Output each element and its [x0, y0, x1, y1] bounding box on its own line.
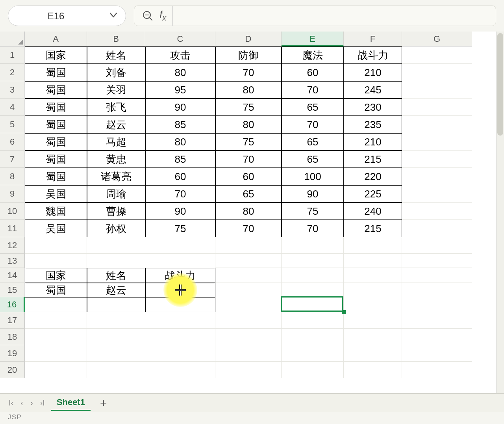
cell-E8[interactable]: 100 [282, 168, 344, 185]
cell-B14[interactable]: 姓名 [87, 268, 145, 283]
cell-E13[interactable] [282, 254, 344, 268]
cell-A14[interactable]: 国家 [25, 268, 87, 283]
cell-G6[interactable] [402, 133, 472, 151]
row-header-8[interactable]: 8 [0, 168, 25, 185]
cell-D20[interactable] [215, 362, 282, 378]
cell-B16[interactable] [87, 297, 145, 312]
cell-B19[interactable] [87, 345, 145, 362]
vertical-scrollbar[interactable] [496, 32, 504, 393]
cell-E4[interactable]: 65 [282, 99, 344, 116]
cell-A3[interactable]: 蜀国 [25, 81, 87, 99]
cell-F19[interactable] [344, 345, 402, 362]
cell-G14[interactable] [402, 268, 472, 283]
cell-E11[interactable]: 70 [282, 220, 344, 237]
fx-icon[interactable]: fx [159, 9, 166, 22]
cell-C17[interactable] [145, 312, 215, 329]
cell-C14[interactable]: 战斗力 [145, 268, 215, 283]
col-header-G[interactable]: G [402, 32, 472, 46]
row-header-10[interactable]: 10 [0, 203, 25, 220]
zoom-out-icon[interactable] [142, 10, 153, 21]
cell-F9[interactable]: 225 [344, 185, 402, 203]
cell-G11[interactable] [402, 220, 472, 237]
select-all-corner[interactable] [0, 32, 25, 46]
col-header-A[interactable]: A [25, 32, 87, 46]
cell-C18[interactable] [145, 329, 215, 345]
cell-F14[interactable] [344, 268, 402, 283]
row-header-1[interactable]: 1 [0, 46, 25, 64]
cell-A7[interactable]: 蜀国 [25, 151, 87, 168]
cell-F18[interactable] [344, 329, 402, 345]
row-header-2[interactable]: 2 [0, 64, 25, 81]
cell-A12[interactable] [25, 237, 87, 254]
cell-E20[interactable] [282, 362, 344, 378]
cell-B18[interactable] [87, 329, 145, 345]
tab-nav-last-icon[interactable]: ›I [39, 397, 46, 409]
cell-G15[interactable] [402, 283, 472, 297]
cell-B20[interactable] [87, 362, 145, 378]
row-header-4[interactable]: 4 [0, 99, 25, 116]
cell-D19[interactable] [215, 345, 282, 362]
formula-input[interactable] [172, 6, 488, 26]
cell-A8[interactable]: 蜀国 [25, 168, 87, 185]
cell-A6[interactable]: 蜀国 [25, 133, 87, 151]
cell-A16[interactable] [25, 297, 87, 312]
cell-G1[interactable] [402, 46, 472, 64]
cell-E5[interactable]: 70 [282, 116, 344, 133]
tab-nav-first-icon[interactable]: I‹ [8, 397, 14, 409]
cell-E17[interactable] [282, 312, 344, 329]
cell-B13[interactable] [87, 254, 145, 268]
cell-A13[interactable] [25, 254, 87, 268]
fill-handle[interactable] [342, 310, 346, 314]
cell-B17[interactable] [87, 312, 145, 329]
row-header-6[interactable]: 6 [0, 133, 25, 151]
spreadsheet-grid[interactable]: ABCDEFG 1234567891011121314151617181920 … [0, 32, 504, 393]
cell-D2[interactable]: 70 [215, 64, 282, 81]
cell-D14[interactable] [215, 268, 282, 283]
cell-F16[interactable] [344, 297, 402, 312]
cell-E19[interactable] [282, 345, 344, 362]
cell-G18[interactable] [402, 329, 472, 345]
cell-C8[interactable]: 60 [145, 168, 215, 185]
row-header-16[interactable]: 16 [0, 297, 25, 312]
cell-A1[interactable]: 国家 [25, 46, 87, 64]
cell-E6[interactable]: 65 [282, 133, 344, 151]
cell-G12[interactable] [402, 237, 472, 254]
cell-E16[interactable] [282, 297, 344, 312]
row-header-9[interactable]: 9 [0, 185, 25, 203]
cell-E12[interactable] [282, 237, 344, 254]
cell-E2[interactable]: 60 [282, 64, 344, 81]
cell-F15[interactable] [344, 283, 402, 297]
cell-C13[interactable] [145, 254, 215, 268]
cell-F3[interactable]: 245 [344, 81, 402, 99]
col-header-C[interactable]: C [145, 32, 215, 46]
cell-G4[interactable] [402, 99, 472, 116]
cell-D16[interactable] [215, 297, 282, 312]
row-header-19[interactable]: 19 [0, 345, 25, 362]
cell-E1[interactable]: 魔法 [282, 46, 344, 64]
cell-D15[interactable] [215, 283, 282, 297]
col-header-F[interactable]: F [344, 32, 402, 46]
cell-C11[interactable]: 75 [145, 220, 215, 237]
cell-D1[interactable]: 防御 [215, 46, 282, 64]
cell-F4[interactable]: 230 [344, 99, 402, 116]
cell-F12[interactable] [344, 237, 402, 254]
cell-C1[interactable]: 攻击 [145, 46, 215, 64]
cell-C7[interactable]: 85 [145, 151, 215, 168]
cell-B2[interactable]: 刘备 [87, 64, 145, 81]
cell-C15[interactable] [145, 283, 215, 297]
row-header-3[interactable]: 3 [0, 81, 25, 99]
cell-E14[interactable] [282, 268, 344, 283]
cell-B5[interactable]: 赵云 [87, 116, 145, 133]
cell-C5[interactable]: 85 [145, 116, 215, 133]
cell-E10[interactable]: 75 [282, 203, 344, 220]
row-header-7[interactable]: 7 [0, 151, 25, 168]
cell-D6[interactable]: 75 [215, 133, 282, 151]
cell-D18[interactable] [215, 329, 282, 345]
row-header-13[interactable]: 13 [0, 254, 25, 268]
cell-G5[interactable] [402, 116, 472, 133]
cell-E7[interactable]: 65 [282, 151, 344, 168]
cell-C3[interactable]: 95 [145, 81, 215, 99]
cell-F7[interactable]: 215 [344, 151, 402, 168]
row-header-18[interactable]: 18 [0, 329, 25, 345]
cell-B3[interactable]: 关羽 [87, 81, 145, 99]
